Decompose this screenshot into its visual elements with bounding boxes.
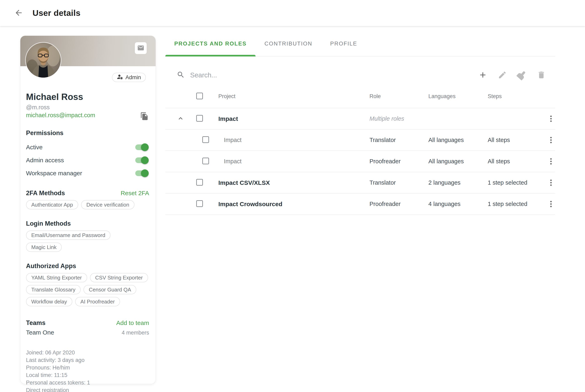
broom-icon <box>517 70 526 80</box>
role-cell: Translator <box>370 179 428 186</box>
table-header: Project Role Languages Steps <box>165 85 555 108</box>
team-name: Team One <box>26 329 54 336</box>
permission-label: Active <box>26 144 43 151</box>
toggle-admin-access[interactable] <box>135 158 148 163</box>
row-menu-button[interactable] <box>549 135 553 145</box>
project-name: Impact <box>218 158 370 165</box>
add-to-team-link[interactable]: Add to team <box>116 320 149 326</box>
role-cell: Proofreader <box>370 201 428 207</box>
login-method-chip: Email/Username and Password <box>26 230 110 240</box>
collapse-row-button[interactable] <box>177 114 184 123</box>
pencil-icon <box>498 70 507 80</box>
table-row: Impact CSV/XLSX Translator 2 languages 1… <box>165 172 555 194</box>
login-method-chip: Magic Link <box>26 242 62 252</box>
trash-icon <box>537 70 546 80</box>
admin-badge: Admin <box>112 73 146 82</box>
row-checkbox[interactable] <box>202 136 209 143</box>
steps-cell: All steps <box>488 158 547 165</box>
user-name: Michael Ross <box>26 92 149 102</box>
table-row: Impact Multiple roles <box>165 108 555 130</box>
user-handle: @m.ross <box>26 104 149 111</box>
languages-cell: 2 languages <box>428 179 488 186</box>
plus-icon <box>478 70 487 80</box>
languages-cell: All languages <box>428 158 488 165</box>
arrow-left-icon <box>14 8 23 18</box>
tab-profile[interactable]: PROFILE <box>321 31 366 56</box>
reset-2fa-link[interactable]: Reset 2FA <box>121 190 149 196</box>
team-members-count: 4 members <box>122 330 149 336</box>
column-header-steps: Steps <box>488 93 547 100</box>
row-checkbox[interactable] <box>196 200 203 207</box>
top-bar: User details <box>0 0 585 26</box>
tab-bar: PROJECTS AND ROLES CONTRIBUTION PROFILE <box>165 26 555 56</box>
search-box <box>165 71 478 80</box>
meta-registration: Direct registration <box>26 386 149 392</box>
meta-local-time: Local time: 11:15 <box>26 372 149 379</box>
row-menu-button[interactable] <box>549 156 553 166</box>
permissions-heading: Permissions <box>26 130 149 137</box>
select-all-checkbox[interactable] <box>196 92 203 99</box>
user-email-link[interactable]: michael.ross@impact.com <box>26 112 95 118</box>
row-menu-button[interactable] <box>549 199 553 209</box>
meta-last-activity: Last activity: 3 days ago <box>26 356 149 364</box>
authorized-apps-heading: Authorized Apps <box>26 262 149 270</box>
row-menu-button[interactable] <box>549 114 553 124</box>
row-checkbox[interactable] <box>196 115 203 122</box>
meta-joined: Joined: 06 Apr 2020 <box>26 349 149 356</box>
app-chip: YAML String Exporter <box>26 273 87 282</box>
steps-cell: 1 step selected <box>488 201 547 207</box>
edit-button[interactable] <box>498 70 507 80</box>
admin-badge-label: Admin <box>125 74 141 81</box>
project-name: Impact CSV/XLSX <box>218 179 370 186</box>
twofa-chip: Authenticator App <box>26 200 78 210</box>
tab-projects-and-roles[interactable]: PROJECTS AND ROLES <box>165 31 256 56</box>
details-panel: PROJECTS AND ROLES CONTRIBUTION PROFILE <box>165 26 555 215</box>
avatar <box>26 43 61 78</box>
table-row: Impact Crowdsourced Proofreader 4 langua… <box>165 194 555 215</box>
steps-cell: 1 step selected <box>488 179 547 186</box>
add-button[interactable] <box>478 70 488 80</box>
app-chip: Censor Guard QA <box>84 285 136 294</box>
search-input[interactable] <box>190 71 332 79</box>
steps-cell: All steps <box>488 137 547 144</box>
project-name: Impact Crowdsourced <box>218 201 370 208</box>
permission-label: Admin access <box>26 157 64 164</box>
column-header-project: Project <box>218 93 370 100</box>
search-icon <box>177 71 185 80</box>
role-cell: Multiple roles <box>370 115 428 122</box>
table-row-child: Impact Translator All languages All step… <box>165 130 555 151</box>
copy-icon <box>140 118 149 121</box>
row-checkbox[interactable] <box>202 158 209 164</box>
envelope-icon <box>137 44 144 52</box>
permission-row-admin-access: Admin access <box>26 154 149 167</box>
row-checkbox[interactable] <box>196 179 203 186</box>
table-toolbar <box>165 66 555 85</box>
copy-email-button[interactable] <box>140 112 149 121</box>
send-email-button[interactable] <box>135 42 147 54</box>
user-card: Admin Michael Ross @m.ross michael.ross@… <box>20 36 156 384</box>
project-name: Impact <box>218 137 370 144</box>
languages-cell: All languages <box>428 137 488 144</box>
column-header-languages: Languages <box>428 93 488 100</box>
tab-contribution[interactable]: CONTRIBUTION <box>256 31 321 56</box>
delete-button[interactable] <box>536 70 546 80</box>
clean-button[interactable] <box>517 70 527 80</box>
role-cell: Proofreader <box>370 158 428 165</box>
permission-label: Workspace manager <box>26 170 82 177</box>
chevron-up-icon <box>177 114 184 123</box>
app-chip: Translate Glossary <box>26 285 81 294</box>
row-menu-button[interactable] <box>549 178 553 188</box>
app-chip: AI Proofreader <box>75 297 120 306</box>
team-row: Team One 4 members <box>26 329 149 336</box>
back-button[interactable] <box>13 7 24 19</box>
table-row-child: Impact Proofreader All languages All ste… <box>165 151 555 172</box>
app-chip: Workflow delay <box>26 297 72 306</box>
meta-pronouns: Pronouns: He/him <box>26 364 149 372</box>
twofa-chip: Device verification <box>81 200 134 210</box>
meta-access-tokens: Personal access tokens: 1 <box>26 379 149 386</box>
languages-cell: 4 languages <box>428 201 488 207</box>
project-name: Impact <box>218 115 370 122</box>
person-gear-icon <box>117 74 123 82</box>
toggle-active[interactable] <box>135 144 148 150</box>
toggle-workspace-manager[interactable] <box>135 170 148 176</box>
